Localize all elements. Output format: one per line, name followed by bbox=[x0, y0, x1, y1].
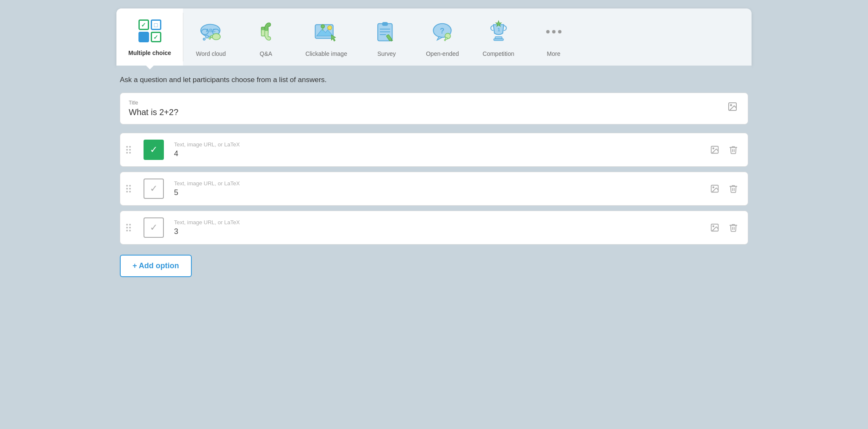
svg-text:ABC: ABC bbox=[206, 28, 216, 33]
answer-delete-btn-1[interactable] bbox=[726, 142, 741, 157]
type-item-word-cloud[interactable]: ABC Word cloud bbox=[183, 8, 238, 66]
answer-placeholder-2: Text, image URL, or LaTeX bbox=[174, 180, 697, 187]
drag-handle-2[interactable] bbox=[120, 185, 137, 192]
answer-actions-1 bbox=[700, 142, 748, 157]
answer-content-2: Text, image URL, or LaTeX 5 bbox=[171, 175, 700, 202]
title-label: Title bbox=[129, 100, 178, 106]
correct-toggle-1[interactable]: ✓ bbox=[144, 140, 164, 160]
type-label-open-ended: Open-ended bbox=[426, 50, 459, 58]
multiple-choice-icon: ✓ □ ✓ bbox=[135, 16, 165, 46]
description-text: Ask a question and let participants choo… bbox=[120, 76, 748, 84]
title-image-btn[interactable] bbox=[726, 100, 739, 116]
competition-icon: 1 bbox=[484, 17, 513, 47]
svg-point-8 bbox=[209, 38, 210, 39]
type-label-survey: Survey bbox=[377, 50, 396, 58]
svg-point-13 bbox=[328, 26, 332, 30]
answer-value-1[interactable]: 4 bbox=[174, 149, 697, 158]
svg-point-4 bbox=[205, 35, 208, 38]
answer-content-1: Text, image URL, or LaTeX 4 bbox=[171, 136, 700, 163]
correct-toggle-3[interactable]: ✓ bbox=[144, 217, 164, 238]
clickable-image-icon bbox=[312, 17, 341, 47]
answer-image-btn-3[interactable] bbox=[707, 220, 722, 235]
type-item-competition[interactable]: 1 Competition bbox=[471, 8, 526, 66]
answer-actions-2 bbox=[700, 181, 748, 196]
answer-value-2[interactable]: 5 bbox=[174, 188, 697, 197]
type-item-qa[interactable]: Q&A bbox=[238, 8, 293, 66]
svg-point-34 bbox=[730, 104, 732, 106]
type-item-survey[interactable]: Survey bbox=[359, 8, 414, 66]
add-option-button[interactable]: + Add option bbox=[120, 255, 192, 277]
svg-marker-24 bbox=[437, 37, 442, 40]
svg-text:1: 1 bbox=[498, 27, 500, 32]
type-label-competition: Competition bbox=[483, 50, 514, 58]
type-label-qa: Q&A bbox=[260, 50, 272, 58]
svg-point-38 bbox=[713, 187, 714, 188]
type-item-open-ended[interactable]: ? Open-ended bbox=[414, 8, 471, 66]
answer-delete-btn-2[interactable] bbox=[726, 181, 741, 196]
answer-value-3[interactable]: 3 bbox=[174, 227, 697, 236]
answer-row-2: ✓ Text, image URL, or LaTeX 5 bbox=[120, 172, 748, 206]
svg-rect-30 bbox=[494, 39, 503, 41]
more-icon bbox=[539, 17, 569, 47]
answer-content-3: Text, image URL, or LaTeX 3 bbox=[171, 214, 700, 241]
answer-image-btn-1[interactable] bbox=[707, 142, 722, 157]
svg-marker-15 bbox=[332, 35, 336, 41]
svg-point-28 bbox=[445, 39, 446, 41]
answer-delete-btn-3[interactable] bbox=[726, 220, 741, 235]
answer-actions-3 bbox=[700, 220, 748, 235]
type-label-more: More bbox=[547, 50, 561, 58]
svg-point-36 bbox=[713, 148, 714, 149]
content-area: Ask a question and let participants choo… bbox=[116, 66, 752, 287]
svg-point-40 bbox=[713, 226, 714, 227]
answer-placeholder-3: Text, image URL, or LaTeX bbox=[174, 219, 697, 226]
word-cloud-icon: ABC bbox=[196, 17, 226, 47]
svg-point-6 bbox=[212, 33, 221, 40]
type-item-clickable-image[interactable]: Clickable image bbox=[293, 8, 359, 66]
correct-toggle-2[interactable]: ✓ bbox=[144, 179, 164, 199]
answer-row-1: ✓ Text, image URL, or LaTeX 4 bbox=[120, 133, 748, 167]
svg-rect-10 bbox=[261, 30, 265, 36]
type-label-clickable-image: Clickable image bbox=[305, 50, 347, 58]
answer-image-btn-2[interactable] bbox=[707, 181, 722, 196]
svg-text:?: ? bbox=[440, 27, 445, 35]
svg-point-7 bbox=[210, 36, 213, 38]
survey-icon bbox=[372, 17, 401, 47]
qa-icon bbox=[251, 17, 281, 47]
drag-handle-3[interactable] bbox=[120, 224, 137, 231]
open-ended-icon: ? bbox=[428, 17, 457, 47]
svg-point-27 bbox=[445, 37, 448, 39]
drag-handle-1[interactable] bbox=[120, 146, 137, 154]
svg-rect-17 bbox=[382, 22, 388, 26]
type-item-more[interactable]: More bbox=[526, 8, 581, 66]
answer-row-3: ✓ Text, image URL, or LaTeX 3 bbox=[120, 211, 748, 245]
title-box: Title What is 2+2? bbox=[120, 93, 748, 124]
type-selector-bar: ✓ □ ✓ Multiple choice ABC bbox=[116, 8, 752, 66]
type-label-multiple-choice: Multiple choice bbox=[128, 49, 171, 57]
svg-point-14 bbox=[321, 25, 324, 28]
main-container: ✓ □ ✓ Multiple choice ABC bbox=[116, 8, 752, 287]
svg-point-5 bbox=[203, 38, 205, 40]
answer-placeholder-1: Text, image URL, or LaTeX bbox=[174, 141, 697, 148]
type-item-multiple-choice[interactable]: ✓ □ ✓ Multiple choice bbox=[116, 8, 183, 66]
type-label-word-cloud: Word cloud bbox=[196, 50, 226, 58]
title-value[interactable]: What is 2+2? bbox=[129, 107, 178, 117]
